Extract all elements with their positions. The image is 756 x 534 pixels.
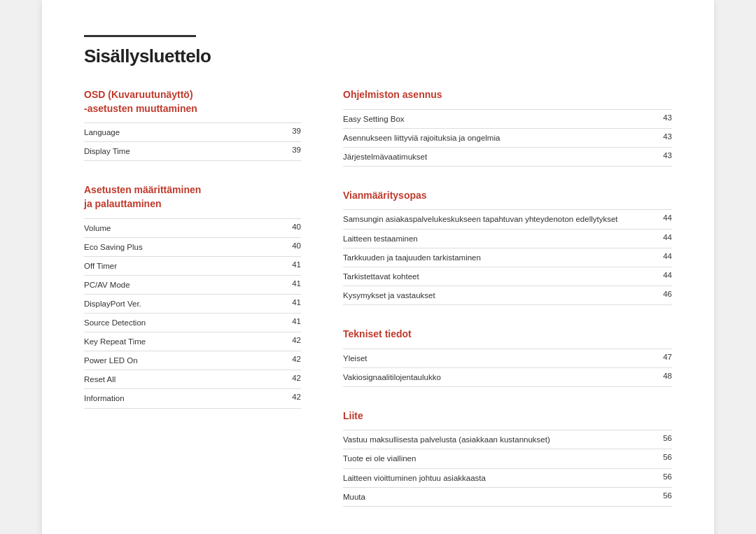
- table-row: Järjestelmävaatimukset43: [343, 147, 672, 166]
- table-row: Samsungin asiakaspalvelukeskukseen tapah…: [343, 210, 672, 229]
- table-row: Off Timer41: [84, 256, 301, 275]
- item-page: 56: [651, 487, 672, 506]
- item-page: 44: [651, 210, 672, 229]
- item-page: 39: [280, 142, 301, 161]
- section-tekniset-title: Tekniset tiedot: [343, 328, 672, 342]
- section-asetusten-table: Volume40Eco Saving Plus40Off Timer41PC/A…: [84, 218, 301, 409]
- item-label: Tarkistettavat kohteet: [343, 267, 651, 286]
- item-label: Yleiset: [343, 349, 651, 367]
- section-osd-title: OSD (Kuvaruutunäyttö)-asetusten muuttami…: [84, 88, 301, 115]
- title-bar: [84, 35, 196, 37]
- item-page: 56: [651, 468, 672, 487]
- item-page: 39: [280, 123, 301, 142]
- section-osd-table: Language39Display Time39: [84, 122, 301, 161]
- table-row: Language39: [84, 123, 301, 142]
- table-row: Vakiosignaalitilojentaulukko48: [343, 367, 672, 386]
- section-tekniset-table: Yleiset47Vakiosignaalitilojentaulukko48: [343, 349, 672, 387]
- item-label: Off Timer: [84, 256, 280, 275]
- table-row: Source Detection41: [84, 314, 301, 332]
- title-section: Sisällysluettelo: [84, 35, 672, 67]
- right-column: Ohjelmiston asennus Easy Setting Box43As…: [343, 88, 672, 529]
- item-page: 41: [280, 294, 301, 313]
- section-osd: OSD (Kuvaruutunäyttö)-asetusten muuttami…: [84, 88, 301, 161]
- item-page: 44: [651, 248, 672, 267]
- section-ohjelmisto-table: Easy Setting Box43Asennukseen liittyviä …: [343, 109, 672, 167]
- item-label: Volume: [84, 218, 280, 237]
- table-row: Muuta56: [343, 487, 672, 506]
- item-label: Vastuu maksullisesta palvelusta (asiakka…: [343, 430, 651, 449]
- table-row: Volume40: [84, 218, 301, 237]
- item-page: 43: [651, 109, 672, 128]
- item-page: 41: [280, 275, 301, 294]
- item-label: PC/AV Mode: [84, 275, 280, 294]
- page-title: Sisällysluettelo: [84, 45, 672, 67]
- section-tekniset: Tekniset tiedot Yleiset47Vakiosignaaliti…: [343, 328, 672, 387]
- section-liite: Liite Vastuu maksullisesta palvelusta (a…: [343, 409, 672, 507]
- item-label: Easy Setting Box: [343, 109, 651, 128]
- item-label: Kysymykset ja vastaukset: [343, 286, 651, 304]
- table-row: Yleiset47: [343, 349, 672, 367]
- item-label: Järjestelmävaatimukset: [343, 147, 651, 166]
- table-row: Tarkkuuden ja taajuuden tarkistaminen44: [343, 248, 672, 267]
- item-label: Display Time: [84, 142, 280, 161]
- table-row: Reset All42: [84, 370, 301, 389]
- left-column: OSD (Kuvaruutunäyttö)-asetusten muuttami…: [84, 88, 301, 529]
- section-vianmaaritys-title: Vianmääritysopas: [343, 189, 672, 203]
- item-page: 43: [651, 128, 672, 147]
- item-label: Information: [84, 389, 280, 408]
- item-page: 47: [651, 349, 672, 367]
- item-page: 48: [651, 367, 672, 386]
- item-label: Reset All: [84, 370, 280, 389]
- item-label: Muuta: [343, 487, 651, 506]
- content-columns: OSD (Kuvaruutunäyttö)-asetusten muuttami…: [84, 88, 672, 529]
- item-label: Laitteen testaaminen: [343, 229, 651, 248]
- item-page: 46: [651, 286, 672, 304]
- item-page: 42: [280, 370, 301, 389]
- item-label: Key Repeat Time: [84, 332, 280, 351]
- item-page: 41: [280, 314, 301, 332]
- item-label: Asennukseen liittyviä rajoituksia ja ong…: [343, 128, 651, 147]
- table-row: Kysymykset ja vastaukset46: [343, 286, 672, 304]
- section-ohjelmisto-title: Ohjelmiston asennus: [343, 88, 672, 102]
- table-row: Display Time39: [84, 142, 301, 161]
- section-vianmaaritys-table: Samsungin asiakaspalvelukeskukseen tapah…: [343, 209, 672, 304]
- table-row: Key Repeat Time42: [84, 332, 301, 351]
- item-page: 41: [280, 256, 301, 275]
- item-label: Source Detection: [84, 314, 280, 332]
- table-row: PC/AV Mode41: [84, 275, 301, 294]
- table-row: Information42: [84, 389, 301, 408]
- section-asetusten: Asetusten määrittäminenja palauttaminen …: [84, 183, 301, 408]
- item-page: 42: [280, 389, 301, 408]
- item-label: Power LED On: [84, 351, 280, 370]
- table-row: Power LED On42: [84, 351, 301, 370]
- table-row: DisplayPort Ver.41: [84, 294, 301, 313]
- item-page: 42: [280, 332, 301, 351]
- item-page: 42: [280, 351, 301, 370]
- section-vianmaaritys: Vianmääritysopas Samsungin asiakaspalvel…: [343, 189, 672, 305]
- item-page: 43: [651, 147, 672, 166]
- section-asetusten-title: Asetusten määrittäminenja palauttaminen: [84, 183, 301, 211]
- table-row: Easy Setting Box43: [343, 109, 672, 128]
- table-row: Asennukseen liittyviä rajoituksia ja ong…: [343, 128, 672, 147]
- table-row: Tarkistettavat kohteet44: [343, 267, 672, 286]
- table-row: Tuote ei ole viallinen56: [343, 449, 672, 468]
- item-label: Language: [84, 123, 280, 142]
- table-row: Vastuu maksullisesta palvelusta (asiakka…: [343, 430, 672, 449]
- item-page: 40: [280, 237, 301, 256]
- item-label: Vakiosignaalitilojentaulukko: [343, 367, 651, 386]
- item-label: Samsungin asiakaspalvelukeskukseen tapah…: [343, 210, 651, 229]
- item-page: 44: [651, 267, 672, 286]
- section-liite-table: Vastuu maksullisesta palvelusta (asiakka…: [343, 430, 672, 506]
- item-page: 44: [651, 229, 672, 248]
- table-row: Laitteen testaaminen44: [343, 229, 672, 248]
- table-row: Laitteen vioittuminen johtuu asiakkaasta…: [343, 468, 672, 487]
- table-row: Eco Saving Plus40: [84, 237, 301, 256]
- item-label: Tuote ei ole viallinen: [343, 449, 651, 468]
- item-page: 40: [280, 218, 301, 237]
- item-page: 56: [651, 430, 672, 449]
- section-liite-title: Liite: [343, 409, 672, 423]
- item-label: DisplayPort Ver.: [84, 294, 280, 313]
- item-label: Eco Saving Plus: [84, 237, 280, 256]
- item-label: Tarkkuuden ja taajuuden tarkistaminen: [343, 248, 651, 267]
- section-ohjelmisto: Ohjelmiston asennus Easy Setting Box43As…: [343, 88, 672, 167]
